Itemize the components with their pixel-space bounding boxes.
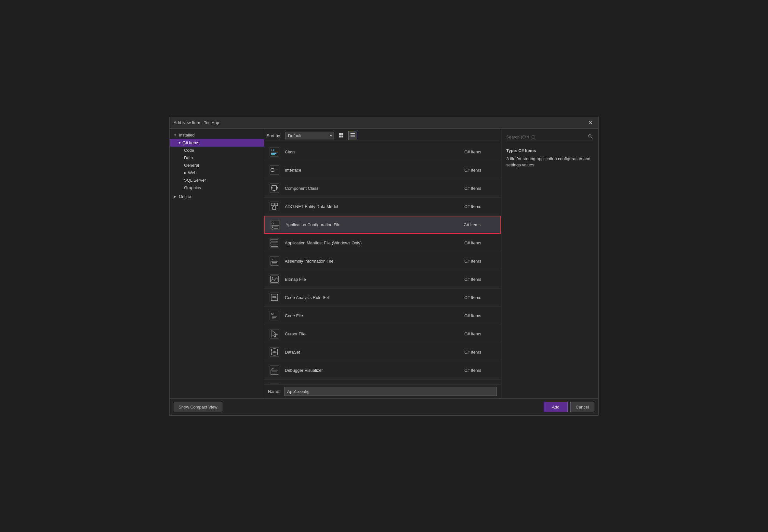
- svg-text:C#: C#: [271, 222, 274, 225]
- type-value: C# Items: [518, 148, 536, 153]
- general-label: General: [184, 163, 199, 168]
- code-label: Code: [184, 148, 194, 153]
- close-button[interactable]: ✕: [587, 119, 594, 126]
- graphics-label: Graphics: [184, 185, 201, 190]
- item-icon-ado-net: [268, 200, 281, 213]
- grid-view-icon: [338, 133, 344, 139]
- item-icon-debugger-vis: C#: [268, 364, 281, 377]
- item-icon-code-file: C#: [268, 309, 281, 322]
- item-row-bitmap[interactable]: Bitmap File C# Items: [264, 270, 501, 289]
- svg-text:C#: C#: [271, 313, 274, 316]
- item-name-assembly-info: Assembly Information File: [285, 259, 464, 264]
- svg-rect-0: [339, 133, 341, 135]
- item-category-assembly-info: C# Items: [464, 259, 497, 264]
- item-icon-app-config: C#: [268, 218, 281, 231]
- item-name-ado-net: ADO.NET Entity Data Model: [285, 204, 464, 209]
- item-icon-class: C#: [268, 145, 281, 158]
- sidebar-item-general[interactable]: General: [170, 162, 264, 169]
- sort-select[interactable]: Default Name Type: [285, 132, 334, 139]
- item-icon-component-class: [268, 182, 281, 195]
- item-name-code-file: Code File: [285, 313, 464, 318]
- online-label: Online: [179, 194, 191, 199]
- name-label: Name:: [268, 389, 280, 394]
- sidebar-item-web[interactable]: ▶ Web: [170, 169, 264, 176]
- svg-rect-5: [350, 135, 355, 136]
- item-icon-code-analysis: [268, 291, 281, 304]
- item-category-bitmap: C# Items: [464, 277, 497, 282]
- item-row-interface[interactable]: Interface C# Items: [264, 161, 501, 179]
- item-row-dataset[interactable]: DataSet C# Items: [264, 343, 501, 361]
- web-label: Web: [188, 170, 197, 175]
- item-row-component-class[interactable]: Component Class C# Items: [264, 179, 501, 198]
- item-icon-app-manifest: [268, 236, 281, 249]
- item-name-app-manifest: Application Manifest File (Windows Only): [285, 240, 464, 245]
- svg-rect-9: [271, 152, 278, 152]
- toolbar: Sort by: Default Name Type: [264, 129, 501, 143]
- svg-rect-41: [272, 264, 276, 264]
- item-name-component-class: Component Class: [285, 186, 464, 191]
- sidebar-item-graphics[interactable]: Graphics: [170, 184, 264, 191]
- item-row-app-manifest[interactable]: Application Manifest File (Windows Only)…: [264, 234, 501, 252]
- sidebar-item-online[interactable]: ▶ Online: [170, 193, 264, 201]
- svg-rect-6: [350, 136, 355, 137]
- item-category-ado-net: C# Items: [464, 204, 497, 209]
- item-category-code-file: C# Items: [464, 313, 497, 318]
- svg-point-72: [589, 135, 591, 137]
- sort-select-wrapper: Default Name Type: [285, 132, 334, 139]
- item-name-debugger-vis: Debugger Visualizer: [285, 368, 464, 373]
- grid-view-button[interactable]: [336, 131, 345, 140]
- footer: Show Compact View Add Cancel: [170, 398, 598, 415]
- right-panel: Type: C# Items A file for storing applic…: [501, 129, 598, 398]
- item-row-code-file[interactable]: C# Code File C# Items: [264, 307, 501, 325]
- sidebar-item-installed[interactable]: ▾ Installed: [170, 131, 264, 139]
- item-row-class[interactable]: C# Class C# Items: [264, 143, 501, 161]
- sidebar-item-csharp-items[interactable]: ▾ C# Items: [170, 139, 264, 147]
- svg-rect-3: [341, 136, 343, 137]
- svg-text:C#: C#: [271, 368, 274, 370]
- show-compact-button[interactable]: Show Compact View: [174, 402, 222, 412]
- sidebar-item-data[interactable]: Data: [170, 154, 264, 162]
- item-category-app-manifest: C# Items: [464, 240, 497, 245]
- item-name-dataset: DataSet: [285, 350, 464, 355]
- item-row-assembly-info[interactable]: C# Assembly Information File C# Items: [264, 252, 501, 270]
- item-row-app-config[interactable]: C# Application Configuration File C# Ite…: [264, 216, 501, 234]
- cancel-button[interactable]: Cancel: [570, 402, 594, 412]
- svg-rect-28: [271, 225, 279, 226]
- sidebar: ▾ Installed ▾ C# Items Code Data General: [170, 129, 264, 398]
- sidebar-item-code[interactable]: Code: [170, 147, 264, 154]
- item-row-ado-net[interactable]: ADO.NET Entity Data Model C# Items: [264, 198, 501, 216]
- svg-text:C#: C#: [271, 258, 274, 261]
- item-category-app-config: C# Items: [464, 222, 496, 227]
- footer-actions: Add Cancel: [544, 402, 594, 412]
- name-bar: Name:: [264, 384, 501, 398]
- name-input[interactable]: [284, 387, 497, 396]
- item-icon-interface: [268, 163, 281, 176]
- item-icon-bitmap: [268, 273, 281, 286]
- item-name-cursor-file: Cursor File: [285, 331, 464, 336]
- svg-rect-19: [273, 190, 275, 191]
- svg-text:C#: C#: [271, 149, 274, 152]
- svg-line-73: [591, 137, 593, 138]
- search-input[interactable]: [506, 135, 588, 139]
- item-row-debugger-vis[interactable]: C# Debugger Visualizer C# Items: [264, 361, 501, 380]
- center-panel: Sort by: Default Name Type: [264, 129, 501, 398]
- search-icon: [588, 134, 593, 140]
- item-row-cursor-file[interactable]: Cursor File C# Items: [264, 325, 501, 343]
- item-row-editorconfig[interactable]: editorconfig File (.NET) C# Items: [264, 380, 501, 384]
- svg-rect-10: [271, 153, 276, 154]
- add-button[interactable]: Add: [544, 402, 567, 412]
- sidebar-item-sql-server[interactable]: SQL Server: [170, 176, 264, 184]
- svg-rect-11: [271, 154, 275, 155]
- data-label: Data: [184, 155, 193, 160]
- item-row-code-analysis[interactable]: Code Analysis Rule Set C# Items: [264, 289, 501, 307]
- item-icon-assembly-info: C#: [268, 254, 281, 267]
- item-category-class: C# Items: [464, 149, 497, 154]
- item-icon-cursor-file: [268, 327, 281, 340]
- svg-rect-55: [270, 329, 279, 338]
- item-category-interface: C# Items: [464, 168, 497, 173]
- sort-label: Sort by:: [267, 133, 281, 138]
- list-view-button[interactable]: [348, 131, 357, 140]
- title-bar: Add New Item - TestApp ✕: [170, 117, 598, 129]
- item-category-dataset: C# Items: [464, 350, 497, 355]
- item-icon-dataset: [268, 345, 281, 358]
